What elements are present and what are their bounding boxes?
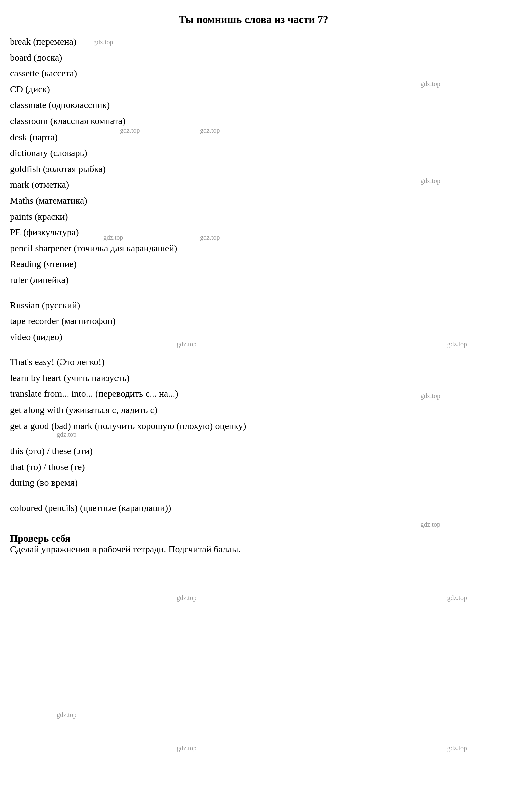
word-spacer (10, 288, 497, 297)
watermark-7: gdz.top (177, 341, 196, 348)
word-item: that (то) / those (те) (10, 459, 497, 475)
page-title: Ты помнишь слова из части 7? (10, 13, 497, 26)
watermark-2: gdz.top (120, 127, 140, 135)
watermark-16: gdz.top (447, 744, 467, 752)
word-list: break (перемена)board (доска)cassette (к… (10, 34, 497, 516)
word-spacer (10, 491, 497, 500)
word-spacer (10, 434, 497, 443)
word-item: during (во время) (10, 474, 497, 491)
word-item: video (видео) (10, 329, 497, 345)
check-text: Сделай упражнения в рабочей тетради. Под… (10, 544, 497, 555)
word-item: cassette (кассета) (10, 65, 497, 82)
word-item: break (перемена) (10, 34, 497, 50)
watermark-6: gdz.top (200, 234, 220, 241)
word-item: Russian (русский) (10, 297, 497, 313)
word-item: pencil sharpener (точилка для карандашей… (10, 240, 497, 256)
word-item: goldfish (золотая рыбка) (10, 161, 497, 177)
word-item: tape recorder (магнитофон) (10, 313, 497, 329)
word-item: classmate (одноклассник) (10, 97, 497, 113)
word-item: Maths (математика) (10, 193, 497, 209)
watermark-10: gdz.top (57, 430, 76, 438)
watermark-12: gdz.top (177, 594, 196, 602)
check-section: Проверь себя Сделай упражнения в рабочей… (10, 532, 497, 555)
word-item: That's easy! (Это легко!) (10, 354, 497, 370)
watermark-5: gdz.top (103, 234, 123, 241)
word-item: this (это) / these (эти) (10, 443, 497, 459)
word-item: get along with (уживаться с, ладить с) (10, 402, 497, 418)
watermark-15: gdz.top (177, 744, 196, 752)
word-item: PE (физкультура) (10, 224, 497, 240)
word-item: Reading (чтение) (10, 256, 497, 272)
word-item: classroom (классная комната) (10, 113, 497, 129)
watermark-1: gdz.top (420, 80, 440, 88)
word-item: learn by heart (учить наизусть) (10, 370, 497, 386)
watermark-14: gdz.top (57, 711, 76, 718)
watermark-11: gdz.top (420, 521, 440, 528)
watermark-0: gdz.top (94, 38, 113, 46)
word-item: ruler (линейка) (10, 272, 497, 288)
word-item: dictionary (словарь) (10, 145, 497, 161)
word-item: paints (краски) (10, 209, 497, 224)
word-spacer (10, 345, 497, 354)
word-item: board (доска) (10, 50, 497, 66)
word-item: desk (парта) (10, 129, 497, 145)
check-title: Проверь себя (10, 532, 497, 544)
word-item: get a good (bad) mark (получить хорошую … (10, 418, 497, 434)
watermark-8: gdz.top (447, 341, 467, 348)
word-item: coloured (pencils) (цветные (карандаши)) (10, 500, 497, 516)
watermark-9: gdz.top (420, 392, 440, 400)
watermark-13: gdz.top (447, 594, 467, 602)
watermark-4: gdz.top (420, 177, 440, 185)
watermark-3: gdz.top (200, 127, 220, 135)
